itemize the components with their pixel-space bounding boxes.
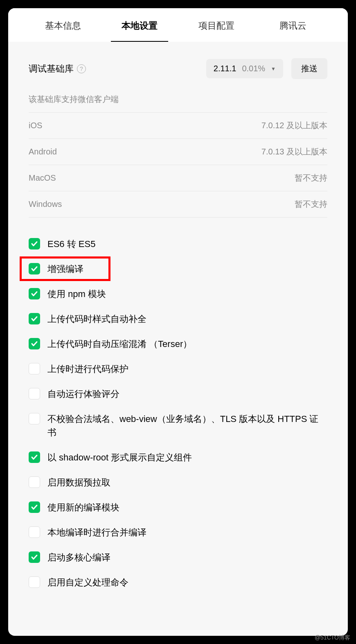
option-item-2: 使用 npm 模块 [29, 287, 327, 301]
option-checkbox[interactable] [29, 238, 40, 249]
option-item-12: 启动多核心编译 [29, 551, 327, 564]
option-checkbox[interactable] [29, 263, 40, 274]
debug-library-controls: 2.11.1 0.01% ▼ 推送 [206, 58, 327, 79]
option-item-4: 上传代码时自动压缩混淆 （Terser） [29, 337, 327, 351]
help-icon[interactable]: ? [77, 64, 86, 73]
option-item-5: 上传时进行代码保护 [29, 362, 327, 376]
version-percentage: 0.01% [242, 64, 265, 73]
option-label: 启用自定义处理命令 [47, 576, 128, 589]
option-label: 使用新的编译模块 [47, 501, 119, 514]
support-row-3: Windows暂不支持 [29, 191, 327, 218]
option-label: ES6 转 ES5 [47, 237, 95, 251]
support-version: 暂不支持 [128, 165, 327, 191]
watermark: @51CTO博客 [315, 634, 350, 642]
tab-bar: 基本信息本地设置项目配置腾讯云 [8, 8, 348, 42]
version-dropdown[interactable]: 2.11.1 0.01% ▼ [206, 59, 283, 78]
option-item-0: ES6 转 ES5 [29, 237, 327, 251]
content-area: 调试基础库 ? 2.11.1 0.01% ▼ 推送 该基础库支持微信客户端 iO… [8, 42, 348, 636]
settings-window: 基本信息本地设置项目配置腾讯云 调试基础库 ? 2.11.1 0.01% ▼ 推… [8, 8, 348, 636]
support-row-1: Android7.0.13 及以上版本 [29, 139, 327, 165]
debug-library-label-wrap: 调试基础库 ? [29, 63, 86, 75]
option-label: 上传代码时自动压缩混淆 （Terser） [47, 337, 192, 351]
option-item-9: 启用数据预拉取 [29, 476, 327, 489]
debug-library-row: 调试基础库 ? 2.11.1 0.01% ▼ 推送 [29, 58, 327, 79]
tab-1[interactable]: 本地设置 [101, 8, 178, 42]
tab-0[interactable]: 基本信息 [25, 8, 101, 42]
push-button[interactable]: 推送 [291, 58, 327, 79]
option-label: 上传代码时样式自动补全 [47, 312, 146, 326]
option-checkbox[interactable] [29, 388, 40, 399]
support-row-0: iOS7.0.12 及以上版本 [29, 113, 327, 139]
option-checkbox[interactable] [29, 501, 40, 513]
support-platform: iOS [29, 113, 128, 139]
option-item-1: 增强编译 [29, 262, 327, 276]
option-checkbox[interactable] [29, 576, 40, 588]
tab-3[interactable]: 腾讯云 [255, 8, 332, 42]
option-item-3: 上传代码时样式自动补全 [29, 312, 327, 326]
option-label: 不校验合法域名、web-view（业务域名）、TLS 版本以及 HTTPS 证书 [47, 412, 327, 439]
option-label: 本地编译时进行合并编译 [47, 526, 146, 539]
support-platform: Windows [29, 191, 128, 218]
options-list: ES6 转 ES5增强编译使用 npm 模块上传代码时样式自动补全上传代码时自动… [29, 237, 327, 589]
debug-library-label: 调试基础库 [29, 63, 74, 75]
support-platform: MacOS [29, 165, 128, 191]
option-label: 启动多核心编译 [47, 551, 110, 564]
option-item-10: 使用新的编译模块 [29, 501, 327, 514]
option-item-6: 自动运行体验评分 [29, 387, 327, 401]
option-label: 启用数据预拉取 [47, 476, 110, 489]
option-label: 以 shadow-root 形式展示自定义组件 [47, 451, 192, 464]
option-label: 使用 npm 模块 [47, 287, 106, 301]
option-label: 自动运行体验评分 [47, 387, 119, 401]
option-checkbox[interactable] [29, 476, 40, 488]
option-checkbox[interactable] [29, 526, 40, 538]
option-checkbox[interactable] [29, 313, 40, 324]
option-checkbox[interactable] [29, 363, 40, 374]
option-item-13: 启用自定义处理命令 [29, 576, 327, 589]
option-checkbox[interactable] [29, 288, 40, 299]
option-item-8: 以 shadow-root 形式展示自定义组件 [29, 451, 327, 464]
support-version: 7.0.12 及以上版本 [128, 113, 327, 139]
tab-2[interactable]: 项目配置 [178, 8, 255, 42]
support-platform: Android [29, 139, 128, 165]
option-item-11: 本地编译时进行合并编译 [29, 526, 327, 539]
support-row-2: MacOS暂不支持 [29, 165, 327, 191]
option-label: 上传时进行代码保护 [47, 362, 128, 376]
option-label: 增强编译 [47, 262, 83, 276]
option-checkbox[interactable] [29, 451, 40, 463]
version-number: 2.11.1 [214, 64, 237, 73]
support-table: iOS7.0.12 及以上版本Android7.0.13 及以上版本MacOS暂… [29, 112, 327, 218]
support-version: 暂不支持 [128, 191, 327, 218]
option-item-7: 不校验合法域名、web-view（业务域名）、TLS 版本以及 HTTPS 证书 [29, 412, 327, 439]
option-checkbox[interactable] [29, 413, 40, 424]
support-version: 7.0.13 及以上版本 [128, 139, 327, 165]
option-checkbox[interactable] [29, 338, 40, 349]
option-checkbox[interactable] [29, 551, 40, 563]
chevron-down-icon: ▼ [271, 66, 276, 72]
support-header: 该基础库支持微信客户端 [29, 94, 327, 105]
